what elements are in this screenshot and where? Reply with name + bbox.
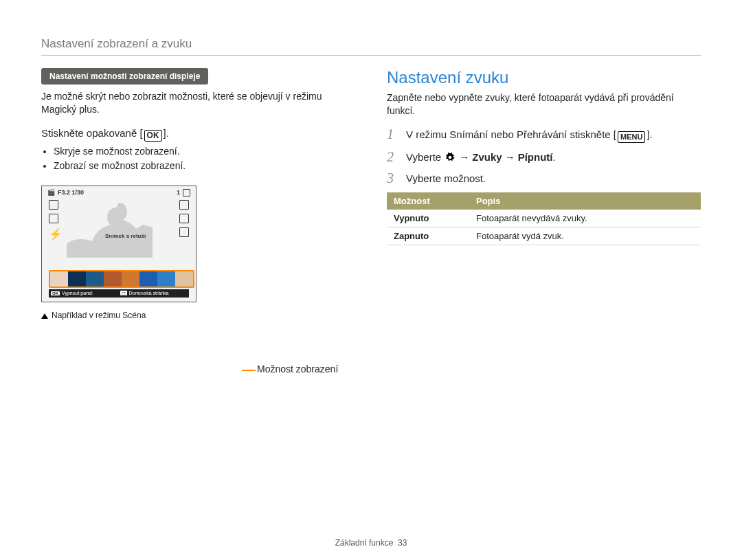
intro-text: Je možné skrýt nebo zobrazit možnosti, k… <box>41 90 355 116</box>
triangle-up-icon <box>41 313 48 319</box>
home-label: Domovská stránka <box>129 291 169 295</box>
home-key-glyph: ⬚ <box>120 291 127 295</box>
steps-list: 1 V režimu Snímání nebo Přehrávání stisk… <box>387 127 701 186</box>
thumb <box>50 271 68 287</box>
path-segment: Zvuky <box>472 151 502 163</box>
bullet-item: Zobrazí se možnost zobrazení. <box>54 159 355 173</box>
screenshot-badge: Snímek s retuší <box>105 233 146 239</box>
bullet-list: Skryje se možnost zobrazení. Zobrazí se … <box>54 144 355 173</box>
callout-connector <box>242 370 256 371</box>
caption-text: Například v režimu Scéna <box>52 311 146 320</box>
thumb <box>86 271 104 287</box>
table-header: Popis <box>469 192 701 210</box>
step-number: 1 <box>387 127 396 141</box>
option-name: Vypnuto <box>387 210 469 227</box>
press-instruction: Stiskněte opakovaně [OK]. <box>41 127 355 142</box>
path-segment: Pípnutí <box>518 151 553 163</box>
thumb <box>122 271 139 287</box>
options-table: Možnost Popis Vypnuto Fotoaparát nevydáv… <box>387 192 701 245</box>
footer-page-number: 33 <box>398 538 407 548</box>
step-body: V režimu Snímání nebo Přehrávání stiskně… <box>406 127 653 143</box>
table-row: Vypnuto Fotoaparát nevydává zvuky. <box>387 210 701 227</box>
callout-label: Možnost zobrazení <box>257 363 338 374</box>
step-body: Vyberte →Zvuky→Pípnutí. <box>406 150 556 164</box>
step-number: 3 <box>387 171 396 185</box>
left-icon-column: ⚡ <box>49 200 58 236</box>
step-number: 2 <box>387 150 396 164</box>
press-label-pre: Stiskněte opakovaně [ <box>41 127 143 139</box>
screenshot-caption: Například v režimu Scéna <box>41 311 355 320</box>
step-row: 2 Vyberte →Zvuky→Pípnutí. <box>387 150 701 164</box>
option-desc: Fotoaparát nevydává zvuky. <box>469 210 701 227</box>
mode-icon: 🎬 <box>47 189 55 196</box>
thumb <box>68 271 86 287</box>
section-heading: Nastavení zvuku <box>387 68 701 87</box>
table-header-row: Možnost Popis <box>387 192 701 210</box>
menu-button-glyph: MENU <box>618 131 645 143</box>
grid-icon <box>49 200 58 210</box>
step-row: 3 Vyberte možnost. <box>387 171 701 186</box>
thumb <box>104 271 122 287</box>
left-column: Nastavení možnosti zobrazení displeje Je… <box>41 68 355 320</box>
step-row: 1 V režimu Snímání nebo Přehrávání stisk… <box>387 127 701 143</box>
right-icon-column <box>179 200 189 237</box>
table-header: Možnost <box>387 192 469 210</box>
section-intro: Zapněte nebo vypněte zvuky, které fotoap… <box>387 91 701 117</box>
count-readout: 1 <box>177 189 180 196</box>
step-text: Vyberte možnost. <box>406 172 486 184</box>
flash-icon <box>179 214 189 223</box>
silhouette-preview <box>67 197 177 258</box>
step-text-post: . <box>553 151 556 163</box>
ok-button-glyph: OK <box>144 130 162 142</box>
thumb <box>157 271 175 287</box>
camera-screenshot: 🎬 F3.2 1/30 1 ⚡ <box>41 186 196 302</box>
screenshot-bottombar: OKVypnout panel ⬚Domovská stránka <box>49 289 189 298</box>
exposure-icon: ⚡ <box>49 227 57 236</box>
target-icon <box>49 214 58 223</box>
thumb <box>175 271 193 287</box>
movie-icon <box>179 200 189 210</box>
press-label-post: ]. <box>164 127 169 139</box>
battery-icon <box>183 189 190 197</box>
title-rule <box>41 55 701 56</box>
flower-icon <box>179 227 189 237</box>
panel-off-label: Vypnout panel <box>62 291 93 295</box>
gear-icon <box>445 151 455 161</box>
footer-section: Základní funkce <box>335 538 394 548</box>
subsection-pill: Nastavení možnosti zobrazení displeje <box>41 68 208 85</box>
page-title: Nastavení zobrazení a zvuku <box>41 37 701 51</box>
step-text: V režimu Snímání nebo Přehrávání stiskně… <box>406 128 616 140</box>
table-row: Zapnuto Fotoaparát vydá zvuk. <box>387 227 701 245</box>
step-text-post: ]. <box>647 128 652 140</box>
arrow-glyph: → <box>459 151 469 163</box>
step-text: Vyberte <box>406 151 444 163</box>
exposure-readout: F3.2 1/30 <box>58 189 84 196</box>
screenshot-topbar: 🎬 F3.2 1/30 1 <box>46 189 192 197</box>
option-name: Zapnuto <box>387 227 469 245</box>
arrow-glyph: → <box>505 151 515 163</box>
right-column: Nastavení zvuku Zapněte nebo vypněte zvu… <box>387 68 701 320</box>
page-footer: Základní funkce 33 <box>0 538 742 548</box>
step-body: Vyberte možnost. <box>406 171 486 186</box>
option-desc: Fotoaparát vydá zvuk. <box>469 227 701 245</box>
ok-key-glyph: OK <box>51 291 60 295</box>
thumbnail-strip <box>49 270 194 288</box>
thumb <box>139 271 157 287</box>
bullet-item: Skryje se možnost zobrazení. <box>54 144 355 159</box>
